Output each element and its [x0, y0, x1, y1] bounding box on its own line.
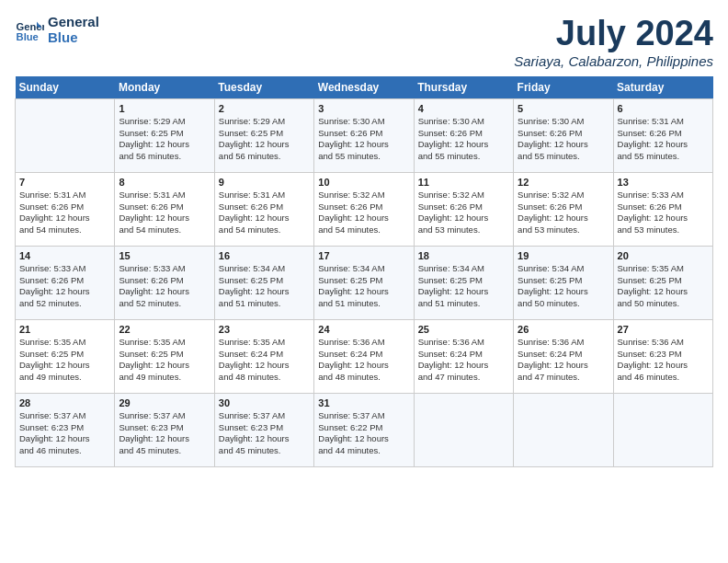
day-detail: Sunrise: 5:37 AM Sunset: 6:23 PM Dayligh…: [19, 410, 110, 457]
day-number: 10: [318, 177, 409, 188]
month-title: July 2024: [514, 15, 713, 53]
day-number: 25: [418, 324, 509, 335]
calendar-cell: 31Sunrise: 5:37 AM Sunset: 6:22 PM Dayli…: [314, 393, 414, 466]
header-day-thursday: Thursday: [414, 76, 513, 99]
logo-icon: General Blue: [15, 16, 44, 45]
header-day-saturday: Saturday: [613, 76, 712, 99]
header-day-sunday: Sunday: [16, 76, 115, 99]
calendar-cell: 26Sunrise: 5:36 AM Sunset: 6:24 PM Dayli…: [514, 319, 613, 393]
day-detail: Sunrise: 5:35 AM Sunset: 6:24 PM Dayligh…: [219, 337, 310, 384]
day-number: 3: [318, 103, 409, 114]
day-number: 6: [618, 103, 709, 114]
day-number: 21: [19, 324, 110, 335]
calendar-cell: 13Sunrise: 5:33 AM Sunset: 6:26 PM Dayli…: [613, 172, 712, 246]
day-detail: Sunrise: 5:32 AM Sunset: 6:26 PM Dayligh…: [518, 190, 609, 236]
day-detail: Sunrise: 5:36 AM Sunset: 6:24 PM Dayligh…: [518, 337, 609, 384]
calendar-cell: 18Sunrise: 5:34 AM Sunset: 6:25 PM Dayli…: [414, 246, 513, 319]
day-number: 16: [219, 250, 310, 261]
day-detail: Sunrise: 5:31 AM Sunset: 6:26 PM Dayligh…: [119, 190, 210, 236]
calendar-body: 1Sunrise: 5:29 AM Sunset: 6:25 PM Daylig…: [16, 98, 713, 466]
calendar-cell: 28Sunrise: 5:37 AM Sunset: 6:23 PM Dayli…: [16, 393, 115, 466]
day-detail: Sunrise: 5:34 AM Sunset: 6:25 PM Dayligh…: [518, 263, 609, 310]
day-number: 29: [119, 397, 210, 408]
day-number: 30: [219, 397, 310, 408]
calendar-cell: 19Sunrise: 5:34 AM Sunset: 6:25 PM Dayli…: [514, 246, 613, 319]
header-day-monday: Monday: [115, 76, 214, 99]
day-detail: Sunrise: 5:36 AM Sunset: 6:23 PM Dayligh…: [618, 337, 709, 384]
day-detail: Sunrise: 5:31 AM Sunset: 6:26 PM Dayligh…: [19, 190, 110, 236]
calendar-cell: 25Sunrise: 5:36 AM Sunset: 6:24 PM Dayli…: [414, 319, 513, 393]
calendar-cell: 29Sunrise: 5:37 AM Sunset: 6:23 PM Dayli…: [115, 393, 214, 466]
calendar-cell: 1Sunrise: 5:29 AM Sunset: 6:25 PM Daylig…: [115, 98, 214, 172]
header-day-friday: Friday: [514, 76, 613, 99]
calendar-cell: [514, 393, 613, 466]
logo: General Blue General Blue: [15, 15, 99, 45]
calendar-table: SundayMondayTuesdayWednesdayThursdayFrid…: [15, 76, 713, 467]
calendar-cell: 24Sunrise: 5:36 AM Sunset: 6:24 PM Dayli…: [314, 319, 414, 393]
svg-text:Blue: Blue: [17, 31, 39, 42]
day-number: 31: [318, 397, 409, 408]
calendar-cell: 12Sunrise: 5:32 AM Sunset: 6:26 PM Dayli…: [514, 172, 613, 246]
calendar-cell: [16, 98, 115, 172]
calendar-cell: 8Sunrise: 5:31 AM Sunset: 6:26 PM Daylig…: [115, 172, 214, 246]
day-number: 12: [518, 177, 609, 188]
day-detail: Sunrise: 5:34 AM Sunset: 6:25 PM Dayligh…: [318, 263, 409, 310]
day-number: 20: [618, 250, 709, 261]
location-title: Sariaya, Calabarzon, Philippines: [514, 53, 713, 69]
day-detail: Sunrise: 5:32 AM Sunset: 6:26 PM Dayligh…: [418, 190, 509, 236]
day-number: 26: [518, 324, 609, 335]
calendar-cell: 22Sunrise: 5:35 AM Sunset: 6:25 PM Dayli…: [115, 319, 214, 393]
calendar-cell: 20Sunrise: 5:35 AM Sunset: 6:25 PM Dayli…: [613, 246, 712, 319]
day-detail: Sunrise: 5:37 AM Sunset: 6:22 PM Dayligh…: [318, 410, 409, 457]
day-number: 11: [418, 177, 509, 188]
page-header: General Blue General Blue July 2024 Sari…: [15, 15, 713, 69]
day-detail: Sunrise: 5:35 AM Sunset: 6:25 PM Dayligh…: [19, 337, 110, 384]
day-detail: Sunrise: 5:29 AM Sunset: 6:25 PM Dayligh…: [119, 116, 210, 163]
calendar-cell: 27Sunrise: 5:36 AM Sunset: 6:23 PM Dayli…: [613, 319, 712, 393]
calendar-cell: 21Sunrise: 5:35 AM Sunset: 6:25 PM Dayli…: [16, 319, 115, 393]
day-detail: Sunrise: 5:34 AM Sunset: 6:25 PM Dayligh…: [418, 263, 509, 310]
header-day-wednesday: Wednesday: [314, 76, 414, 99]
day-number: 24: [318, 324, 409, 335]
calendar-cell: 3Sunrise: 5:30 AM Sunset: 6:26 PM Daylig…: [314, 98, 414, 172]
calendar-cell: 9Sunrise: 5:31 AM Sunset: 6:26 PM Daylig…: [214, 172, 313, 246]
calendar-cell: 7Sunrise: 5:31 AM Sunset: 6:26 PM Daylig…: [16, 172, 115, 246]
day-detail: Sunrise: 5:32 AM Sunset: 6:26 PM Dayligh…: [318, 190, 409, 236]
calendar-cell: 14Sunrise: 5:33 AM Sunset: 6:26 PM Dayli…: [16, 246, 115, 319]
day-number: 23: [219, 324, 310, 335]
day-number: 22: [119, 324, 210, 335]
day-detail: Sunrise: 5:30 AM Sunset: 6:26 PM Dayligh…: [318, 116, 409, 163]
day-detail: Sunrise: 5:31 AM Sunset: 6:26 PM Dayligh…: [219, 190, 310, 236]
day-detail: Sunrise: 5:31 AM Sunset: 6:26 PM Dayligh…: [618, 116, 709, 163]
day-number: 7: [19, 177, 110, 188]
header-day-tuesday: Tuesday: [214, 76, 313, 99]
calendar-header-row: SundayMondayTuesdayWednesdayThursdayFrid…: [16, 76, 713, 99]
day-detail: Sunrise: 5:34 AM Sunset: 6:25 PM Dayligh…: [219, 263, 310, 310]
day-number: 18: [418, 250, 509, 261]
day-number: 17: [318, 250, 409, 261]
day-detail: Sunrise: 5:30 AM Sunset: 6:26 PM Dayligh…: [518, 116, 609, 163]
day-number: 1: [119, 103, 210, 114]
calendar-cell: 30Sunrise: 5:37 AM Sunset: 6:23 PM Dayli…: [214, 393, 313, 466]
title-block: July 2024 Sariaya, Calabarzon, Philippin…: [514, 15, 713, 69]
day-number: 14: [19, 250, 110, 261]
day-number: 28: [19, 397, 110, 408]
day-detail: Sunrise: 5:35 AM Sunset: 6:25 PM Dayligh…: [119, 337, 210, 384]
calendar-week-row: 7Sunrise: 5:31 AM Sunset: 6:26 PM Daylig…: [16, 172, 713, 246]
day-number: 19: [518, 250, 609, 261]
calendar-cell: 11Sunrise: 5:32 AM Sunset: 6:26 PM Dayli…: [414, 172, 513, 246]
calendar-week-row: 1Sunrise: 5:29 AM Sunset: 6:25 PM Daylig…: [16, 98, 713, 172]
day-number: 9: [219, 177, 310, 188]
calendar-week-row: 28Sunrise: 5:37 AM Sunset: 6:23 PM Dayli…: [16, 393, 713, 466]
calendar-cell: 6Sunrise: 5:31 AM Sunset: 6:26 PM Daylig…: [613, 98, 712, 172]
day-number: 8: [119, 177, 210, 188]
day-detail: Sunrise: 5:35 AM Sunset: 6:25 PM Dayligh…: [618, 263, 709, 310]
day-detail: Sunrise: 5:33 AM Sunset: 6:26 PM Dayligh…: [618, 190, 709, 236]
calendar-cell: 4Sunrise: 5:30 AM Sunset: 6:26 PM Daylig…: [414, 98, 513, 172]
calendar-cell: [414, 393, 513, 466]
calendar-week-row: 14Sunrise: 5:33 AM Sunset: 6:26 PM Dayli…: [16, 246, 713, 319]
day-detail: Sunrise: 5:37 AM Sunset: 6:23 PM Dayligh…: [219, 410, 310, 457]
day-number: 15: [119, 250, 210, 261]
calendar-cell: 15Sunrise: 5:33 AM Sunset: 6:26 PM Dayli…: [115, 246, 214, 319]
calendar-cell: 10Sunrise: 5:32 AM Sunset: 6:26 PM Dayli…: [314, 172, 414, 246]
